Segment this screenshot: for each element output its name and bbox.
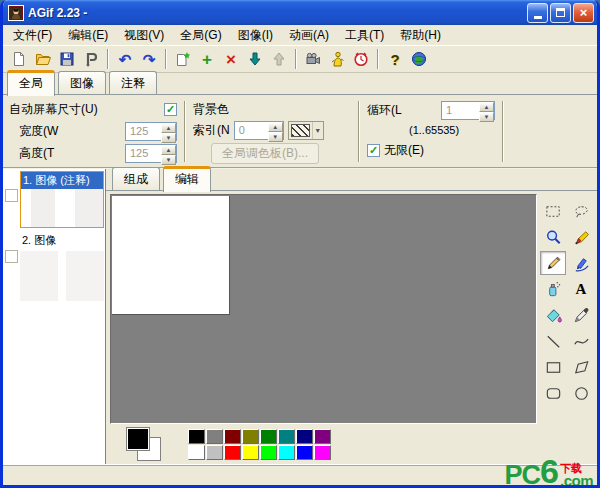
height-stepper[interactable]: 125 ▲▼ [125, 144, 177, 163]
spin-down-icon[interactable]: ▼ [161, 133, 176, 143]
tab-comment[interactable]: 注释 [109, 71, 157, 95]
fill-tool[interactable] [540, 303, 566, 327]
polygon-tool[interactable] [568, 355, 594, 379]
redo-button[interactable]: ↷ [137, 48, 161, 71]
menu-image[interactable]: 图像(I) [230, 24, 281, 47]
color-swatch[interactable] [224, 445, 241, 460]
color-swatch[interactable] [188, 429, 205, 444]
color-swatch[interactable] [224, 429, 241, 444]
foreground-color-swatch[interactable] [126, 427, 150, 451]
move-up-button[interactable] [267, 48, 291, 71]
curve-tool[interactable] [568, 329, 594, 353]
width-stepper[interactable]: 125 ▲▼ [125, 122, 177, 141]
minimize-button[interactable] [527, 3, 548, 23]
spin-up-icon[interactable]: ▲ [268, 122, 283, 132]
width-value[interactable]: 125 [126, 123, 161, 140]
ellipse-tool[interactable] [568, 381, 594, 405]
menu-file[interactable]: 文件(F) [5, 24, 60, 47]
frame-2-card[interactable]: 2. 图像 [20, 232, 104, 301]
undo-button[interactable]: ↶ [113, 48, 137, 71]
rect-select-tool[interactable] [540, 199, 566, 223]
color-swatch[interactable] [206, 429, 223, 444]
menu-help[interactable]: 帮助(H) [392, 24, 449, 47]
color-swatch[interactable] [188, 445, 205, 460]
spin-down-icon[interactable]: ▼ [479, 112, 494, 122]
export-icon [83, 51, 99, 67]
maximize-button[interactable] [550, 3, 571, 23]
spin-down-icon[interactable]: ▼ [161, 155, 176, 165]
ellipse-icon [572, 384, 591, 403]
auto-screen-size-checkbox[interactable]: ✓ [164, 103, 177, 116]
export-button[interactable] [79, 48, 103, 71]
infinite-label: 无限(E) [384, 142, 424, 159]
spin-down-icon[interactable]: ▼ [268, 132, 283, 142]
new-button[interactable] [7, 48, 31, 71]
color-swatch[interactable] [296, 429, 313, 444]
pencil-tool[interactable] [540, 251, 566, 275]
global-settings-panel: 自动屏幕尺寸(U) ✓ 宽度(W 125 ▲▼ 高度(T 125 ▲▼ [3, 95, 597, 169]
spin-up-icon[interactable]: ▲ [479, 102, 494, 112]
color-swatch[interactable] [260, 445, 277, 460]
rounded-rectangle-tool[interactable] [540, 381, 566, 405]
spin-up-icon[interactable]: ▲ [161, 145, 176, 155]
frame-1-checkbox[interactable] [5, 189, 18, 202]
menu-edit[interactable]: 编辑(E) [60, 24, 116, 47]
timer-button[interactable] [349, 48, 373, 71]
zoom-tool[interactable] [540, 225, 566, 249]
edit-canvas[interactable] [110, 194, 537, 424]
add-button[interactable]: + [195, 48, 219, 71]
line-tool[interactable] [540, 329, 566, 353]
frame-2-checkbox[interactable] [5, 250, 18, 263]
rectangle-tool[interactable] [540, 355, 566, 379]
marker-tool[interactable] [568, 225, 594, 249]
paint-bucket-icon [544, 306, 563, 325]
loop-stepper[interactable]: 1 ▲▼ [441, 101, 495, 120]
color-swatch[interactable] [242, 445, 259, 460]
tab-composition[interactable]: 组成 [112, 167, 160, 191]
menu-view[interactable]: 视图(V) [116, 24, 172, 47]
frame-item-1[interactable]: 1. 图像 (注释) [4, 171, 104, 228]
color-swatch[interactable] [260, 429, 277, 444]
infinite-checkbox[interactable]: ✓ [367, 144, 380, 157]
background-color-picker[interactable]: ▼ [288, 121, 324, 140]
menu-animation[interactable]: 动画(A) [281, 24, 337, 47]
color-swatch[interactable] [314, 445, 331, 460]
delete-button[interactable]: × [219, 48, 243, 71]
preview-button[interactable] [301, 48, 325, 71]
frame-image[interactable] [112, 196, 230, 315]
lasso-tool[interactable] [568, 199, 594, 223]
play-animation-button[interactable] [325, 48, 349, 71]
new-frame-button[interactable] [171, 48, 195, 71]
web-button[interactable] [407, 48, 431, 71]
global-palette-button[interactable]: 全局调色板(B)... [211, 143, 319, 164]
eyedropper-tool[interactable] [568, 303, 594, 327]
color-swatch[interactable] [314, 429, 331, 444]
tab-edit[interactable]: 编辑 [163, 166, 211, 192]
color-swatch[interactable] [296, 445, 313, 460]
frame-1-thumbnail [21, 189, 103, 227]
index-stepper[interactable]: 0 ▲▼ [234, 121, 284, 140]
color-swatch[interactable] [242, 429, 259, 444]
height-value[interactable]: 125 [126, 145, 161, 162]
tab-image[interactable]: 图像 [58, 71, 106, 95]
menu-tools[interactable]: 工具(T) [337, 24, 392, 47]
tab-global[interactable]: 全局 [7, 70, 55, 96]
frame-1-card[interactable]: 1. 图像 (注释) [20, 171, 104, 228]
move-down-button[interactable] [243, 48, 267, 71]
spray-tool[interactable] [540, 277, 566, 301]
color-swatch[interactable] [278, 445, 295, 460]
text-tool[interactable]: A [568, 277, 594, 301]
close-button[interactable]: × [573, 3, 594, 23]
save-button[interactable] [55, 48, 79, 71]
help-button[interactable]: ? [383, 48, 407, 71]
menu-global[interactable]: 全局(G) [172, 24, 229, 47]
loop-value[interactable]: 1 [442, 102, 479, 119]
frame-item-2[interactable]: 2. 图像 [4, 232, 104, 301]
curve-pen-tool[interactable] [568, 251, 594, 275]
color-swatch[interactable] [206, 445, 223, 460]
index-value[interactable]: 0 [235, 122, 268, 139]
loop-range-label: (1..65535) [409, 124, 459, 136]
color-swatch[interactable] [278, 429, 295, 444]
open-button[interactable] [31, 48, 55, 71]
spin-up-icon[interactable]: ▲ [161, 123, 176, 133]
